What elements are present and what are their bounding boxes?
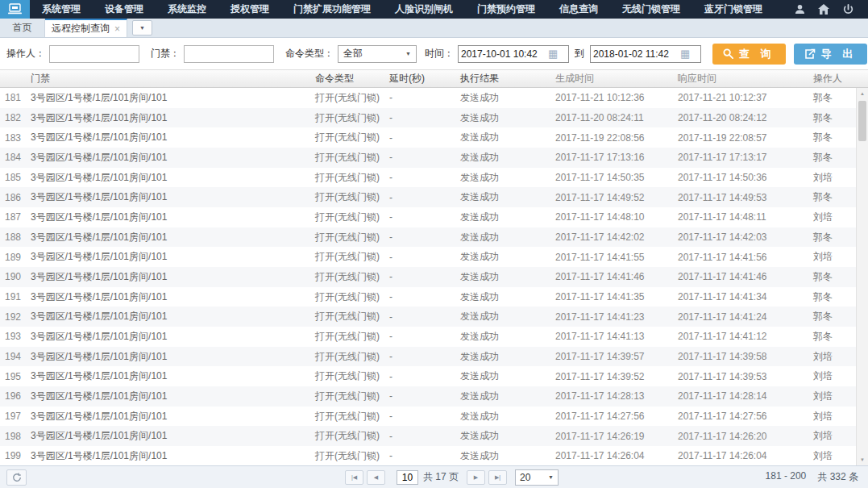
result-cell: 发送成功 bbox=[455, 390, 550, 403]
column-header[interactable]: 执行结果 bbox=[455, 70, 550, 87]
column-header[interactable]: 操作人 bbox=[808, 70, 856, 87]
operator-cell: 郭冬 bbox=[808, 151, 856, 165]
table-row[interactable]: 1813号园区/1号楼/1层/101房间/101打开(无线门锁)-发送成功201… bbox=[0, 88, 856, 108]
table-row[interactable]: 1893号园区/1号楼/1层/101房间/101打开(无线门锁)-发送成功201… bbox=[0, 247, 856, 267]
row-number-cell: 197 bbox=[0, 411, 26, 422]
column-header[interactable]: 门禁 bbox=[26, 70, 310, 87]
command-type-cell: 打开(无线门锁) bbox=[310, 250, 384, 264]
tab-remote-control-query[interactable]: 远程控制查询 × bbox=[45, 19, 127, 37]
row-number-cell: 191 bbox=[0, 291, 26, 302]
delay-cell: - bbox=[384, 351, 455, 362]
result-cell: 发送成功 bbox=[455, 250, 550, 264]
table-row[interactable]: 1963号园区/1号楼/1层/101房间/101打开(无线门锁)-发送成功201… bbox=[0, 386, 856, 407]
tab-list-dropdown[interactable]: ▼ bbox=[132, 20, 152, 35]
table-row[interactable]: 1933号园区/1号楼/1层/101房间/101打开(无线门锁)-发送成功201… bbox=[0, 327, 856, 347]
table-row[interactable]: 1853号园区/1号楼/1层/101房间/101打开(无线门锁)-发送成功201… bbox=[0, 168, 856, 188]
calendar-icon[interactable]: ▦ bbox=[548, 48, 558, 59]
nav-item[interactable]: 无线门锁管理 bbox=[610, 0, 692, 19]
time-to-input[interactable] bbox=[593, 48, 680, 60]
response-time-cell: 2017-11-17 14:39:58 bbox=[673, 351, 808, 362]
operator-cell: 郭冬 bbox=[808, 111, 856, 125]
result-cell: 发送成功 bbox=[455, 111, 550, 125]
nav-item[interactable]: 系统管理 bbox=[30, 0, 93, 19]
table-row[interactable]: 1863号园区/1号楼/1层/101房间/101打开(无线门锁)-发送成功201… bbox=[0, 187, 856, 207]
tab-bar: 首页 远程控制查询 × ▼ bbox=[0, 19, 868, 38]
search-icon bbox=[723, 48, 733, 59]
command-type-cell: 打开(无线门锁) bbox=[310, 91, 384, 105]
nav-item[interactable]: 蓝牙门锁管理 bbox=[692, 0, 775, 19]
row-number-cell: 199 bbox=[0, 450, 26, 461]
table-row[interactable]: 1943号园区/1号楼/1层/101房间/101打开(无线门锁)-发送成功201… bbox=[0, 347, 856, 367]
response-time-cell: 2017-11-17 14:49:53 bbox=[673, 192, 808, 203]
table-row[interactable]: 1883号园区/1号楼/1层/101房间/101打开(无线门锁)-发送成功201… bbox=[0, 227, 856, 248]
door-cell: 3号园区/1号楼/1层/101房间/101 bbox=[26, 190, 310, 204]
next-page-button[interactable]: ▶ bbox=[467, 470, 485, 485]
table-row[interactable]: 1913号园区/1号楼/1层/101房间/101打开(无线门锁)-发送成功201… bbox=[0, 287, 856, 307]
table-row[interactable]: 1973号园区/1号楼/1层/101房间/101打开(无线门锁)-发送成功201… bbox=[0, 407, 856, 427]
column-header[interactable]: 响应时间 bbox=[673, 70, 808, 87]
generated-time-cell: 2017-11-17 14:41:46 bbox=[550, 271, 673, 282]
nav-item[interactable]: 授权管理 bbox=[218, 0, 281, 19]
close-icon[interactable]: × bbox=[114, 24, 120, 34]
table-row[interactable]: 1953号园区/1号楼/1层/101房间/101打开(无线门锁)-发送成功201… bbox=[0, 366, 856, 386]
table-row[interactable]: 1843号园区/1号楼/1层/101房间/101打开(无线门锁)-发送成功201… bbox=[0, 148, 856, 168]
nav-item[interactable]: 系统监控 bbox=[156, 0, 218, 19]
scroll-up-icon[interactable]: ▲ bbox=[857, 88, 868, 99]
row-number-cell: 187 bbox=[0, 211, 26, 223]
nav-item[interactable]: 设备管理 bbox=[93, 0, 156, 19]
column-header[interactable]: 延时(秒) bbox=[384, 70, 455, 87]
command-type-cell: 打开(无线门锁) bbox=[310, 410, 384, 423]
delay-cell: - bbox=[384, 92, 455, 103]
scrollbar-thumb[interactable] bbox=[858, 101, 866, 141]
command-type-cell: 打开(无线门锁) bbox=[310, 211, 384, 224]
last-page-button[interactable]: ▶| bbox=[488, 470, 507, 485]
door-cell: 3号园区/1号楼/1层/101房间/101 bbox=[26, 390, 310, 403]
table-row[interactable]: 1923号园区/1号楼/1层/101房间/101打开(无线门锁)-发送成功201… bbox=[0, 307, 856, 327]
time-from-input[interactable] bbox=[461, 48, 548, 60]
app-logo[interactable] bbox=[0, 0, 30, 19]
tab-home[interactable]: 首页 bbox=[0, 19, 45, 37]
nav-item[interactable]: 人脸识别闸机 bbox=[383, 0, 465, 19]
table-row[interactable]: 1903号园区/1号楼/1层/101房间/101打开(无线门锁)-发送成功201… bbox=[0, 267, 856, 287]
nav-menu: 系统管理设备管理系统监控授权管理门禁扩展功能管理人脸识别闸机门禁预约管理信息查询… bbox=[30, 0, 775, 19]
search-button[interactable]: 查 询 bbox=[712, 44, 786, 65]
column-header[interactable]: 生成时间 bbox=[550, 70, 673, 87]
operator-cell: 刘培 bbox=[808, 369, 856, 383]
response-time-cell: 2017-11-17 14:41:24 bbox=[673, 311, 808, 323]
scroll-down-icon[interactable]: ▼ bbox=[857, 454, 868, 465]
home-button[interactable] bbox=[812, 0, 836, 19]
search-button-label: 查 询 bbox=[739, 47, 775, 61]
command-type-cell: 打开(无线门锁) bbox=[310, 429, 384, 443]
nav-right-icons bbox=[787, 0, 868, 19]
response-time-cell: 2017-11-17 14:27:56 bbox=[673, 411, 808, 422]
door-cell: 3号园区/1号楼/1层/101房间/101 bbox=[26, 350, 310, 364]
nav-item[interactable]: 信息查询 bbox=[547, 0, 610, 19]
refresh-button[interactable] bbox=[6, 469, 27, 486]
table-row[interactable]: 1823号园区/1号楼/1层/101房间/101打开(无线门锁)-发送成功201… bbox=[0, 108, 856, 128]
vertical-scrollbar[interactable]: ▲ ▼ bbox=[856, 88, 868, 465]
door-cell: 3号园区/1号楼/1层/101房间/101 bbox=[26, 171, 310, 185]
nav-item[interactable]: 门禁扩展功能管理 bbox=[281, 0, 383, 19]
response-time-cell: 2017-11-17 14:26:04 bbox=[673, 450, 808, 461]
table-row[interactable]: 1993号园区/1号楼/1层/101房间/101打开(无线门锁)-发送成功201… bbox=[0, 446, 856, 465]
page-size-select[interactable]: 20 ▼ bbox=[515, 469, 559, 486]
user-button[interactable] bbox=[787, 0, 812, 19]
page-number-input[interactable] bbox=[397, 470, 418, 485]
results-table: 门禁命令类型延时(秒)执行结果生成时间响应时间操作人 1813号园区/1号楼/1… bbox=[0, 69, 868, 465]
calendar-icon[interactable]: ▦ bbox=[680, 48, 690, 59]
delay-cell: - bbox=[384, 152, 455, 163]
prev-page-button[interactable]: ◀ bbox=[367, 470, 385, 485]
row-number-cell: 184 bbox=[0, 152, 26, 163]
door-input[interactable] bbox=[184, 45, 274, 63]
table-row[interactable]: 1983号园区/1号楼/1层/101房间/101打开(无线门锁)-发送成功201… bbox=[0, 426, 856, 446]
first-page-button[interactable]: |◀ bbox=[345, 470, 363, 485]
command-type-cell: 打开(无线门锁) bbox=[310, 390, 384, 403]
table-row[interactable]: 1873号园区/1号楼/1层/101房间/101打开(无线门锁)-发送成功201… bbox=[0, 207, 856, 227]
logout-button[interactable] bbox=[836, 0, 860, 19]
command-type-select[interactable]: 全部 ▼ bbox=[338, 45, 417, 63]
operator-input[interactable] bbox=[49, 45, 139, 63]
nav-item[interactable]: 门禁预约管理 bbox=[465, 0, 547, 19]
table-row[interactable]: 1833号园区/1号楼/1层/101房间/101打开(无线门锁)-发送成功201… bbox=[0, 127, 856, 148]
export-button[interactable]: 导 出 bbox=[794, 44, 868, 65]
column-header[interactable]: 命令类型 bbox=[310, 70, 384, 87]
